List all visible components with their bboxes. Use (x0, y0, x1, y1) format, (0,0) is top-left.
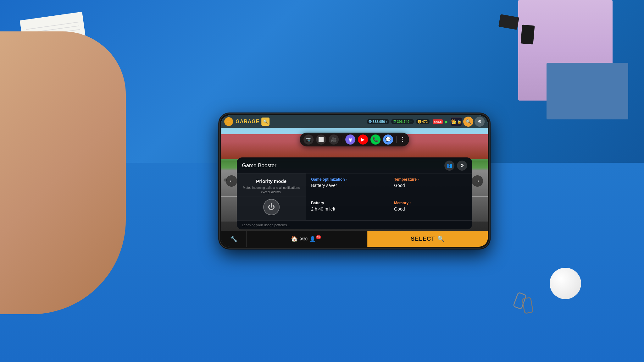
desk-item-1 (498, 14, 519, 30)
toolbar-screenshot-btn[interactable]: 📷 (303, 134, 314, 145)
desk-item-2 (520, 25, 535, 44)
currency-group: MS 538,950 + R$ 396,749 + ● 472 SALE ▶ (367, 119, 448, 124)
coin-value: 472 (422, 120, 428, 123)
memory-chevron: › (410, 201, 411, 205)
book-blue (547, 63, 628, 119)
booster-settings-btn[interactable]: ⚙ (457, 161, 467, 171)
nav-arrow-left[interactable]: ← (226, 175, 237, 187)
bottom-nav-left[interactable]: 🔧 (221, 235, 246, 242)
temperature-header: Temperature › (394, 177, 467, 182)
memory-value: Good (394, 206, 467, 211)
notification-badge: 33 (316, 235, 321, 239)
orange-search-button[interactable]: 🔍 (463, 117, 473, 127)
temperature-chevron: › (418, 178, 419, 181)
temperature-label: Temperature (394, 177, 417, 182)
booster-content: Priority mode Mutes incoming calls and a… (237, 173, 472, 220)
booster-friends-btn[interactable]: 👥 (444, 161, 454, 171)
crown-icon: 👑 (451, 119, 456, 124)
sale-badge[interactable]: SALE (433, 119, 443, 124)
toolbar-youtube-btn[interactable]: ▶ (358, 134, 368, 145)
rs-currency: R$ 396,749 + (391, 119, 414, 124)
phone-wrapper: ← GARAGE 🔍 MS 538,950 + R$ 396,749 + (219, 113, 490, 249)
game-title: GARAGE (236, 119, 259, 124)
stats-grid: Game optimization › Battery saver Temper… (306, 173, 472, 220)
battery-header: Battery (311, 201, 384, 205)
toolbar-separator-2 (396, 136, 397, 143)
bottom-nav-center: 🏠 9/30 👤 33 (246, 231, 367, 247)
game-optimization-label: Game optimization (311, 177, 345, 182)
ms-value: 538,950 (373, 120, 385, 123)
rs-plus: + (410, 120, 412, 123)
game-booster-panel: Game Booster 👥 ⚙ Priority mode Mutes inc… (237, 157, 472, 229)
memory-label: Memory (394, 201, 408, 205)
priority-mode-description: Mutes incoming calls and all notificatio… (242, 186, 301, 195)
home-icon: 🏠 (291, 235, 298, 242)
booster-footer-text: Learning your usage patterns... (242, 223, 290, 227)
phone-device: ← GARAGE 🔍 MS 538,950 + R$ 396,749 + (219, 113, 490, 249)
stat-temperature[interactable]: Temperature › Good (389, 173, 472, 197)
battery-label: Battery (311, 201, 324, 205)
coin-icon: ● (418, 120, 421, 123)
booster-title: Game Booster (242, 162, 276, 169)
booster-header-icons: 👥 ⚙ (444, 161, 467, 171)
topbar-right-icons: 👑 🔒 🔍 ⚙ (451, 117, 485, 127)
battery-value: 2 h 40 m left (311, 206, 384, 211)
floating-toolbar: 📷 ⬜ 🎥 ◉ ▶ 📞 💬 ⋮ (300, 133, 409, 146)
toolbar-phone-btn[interactable]: 📞 (370, 134, 380, 145)
game-topbar: ← GARAGE 🔍 MS 538,950 + R$ 396,749 + (221, 115, 488, 128)
lock-icon: 🔒 (457, 119, 462, 124)
nav-arrow-right[interactable]: → (472, 175, 483, 187)
toolbar-video-btn[interactable]: 🎥 (329, 134, 339, 145)
bottom-nav: 🔧 🏠 9/30 👤 33 SELECT 🔍 (221, 231, 488, 247)
select-button[interactable]: SELECT 🔍 (367, 231, 488, 247)
ms-currency: MS 538,950 + (367, 119, 390, 124)
memory-header: Memory › (394, 201, 467, 205)
temperature-value: Good (394, 183, 467, 188)
phone-screen: ← GARAGE 🔍 MS 538,950 + R$ 396,749 + (221, 115, 488, 247)
rs-icon: R$ (393, 120, 396, 123)
toolbar-galaxystore-btn[interactable]: ◉ (345, 134, 355, 145)
game-optimization-value: Battery saver (311, 183, 384, 188)
crown-lock-badge[interactable]: 👑 🔒 (451, 117, 462, 126)
priority-mode-power-button[interactable]: ⏻ (263, 199, 280, 215)
ms-icon: MS (369, 120, 372, 123)
stat-battery: Battery 2 h 40 m left (306, 197, 389, 221)
coin-currency: ● 472 (416, 119, 430, 124)
booster-footer: Learning your usage patterns... (237, 220, 472, 229)
title-search-button[interactable]: 🔍 (261, 118, 269, 126)
game-optimization-chevron: › (346, 178, 347, 181)
white-ball (550, 268, 581, 299)
top-settings-button[interactable]: ⚙ (475, 117, 485, 127)
back-button[interactable]: ← (224, 117, 233, 126)
toolbar-separator-1 (342, 136, 342, 143)
page-counter: 9/30 (300, 237, 308, 241)
booster-header: Game Booster 👥 ⚙ (237, 157, 472, 173)
toolbar-screenrecord-btn[interactable]: ⬜ (316, 134, 326, 145)
sale-arrow: ▶ (445, 119, 448, 124)
stat-memory[interactable]: Memory › Good (389, 197, 472, 221)
toolbar-more-btn[interactable]: ⋮ (400, 136, 405, 143)
rs-value: 396,749 (397, 120, 409, 123)
stat-game-optimization[interactable]: Game optimization › Battery saver (306, 173, 389, 197)
person-icon: 👤 (309, 236, 316, 242)
select-label: SELECT (411, 236, 435, 242)
engine-icon: 🔧 (230, 235, 237, 242)
hand (0, 31, 126, 314)
select-search-icon: 🔍 (437, 235, 444, 242)
priority-mode-section: Priority mode Mutes incoming calls and a… (237, 173, 306, 220)
game-optimization-header: Game optimization › (311, 177, 384, 182)
priority-mode-title: Priority mode (256, 178, 286, 184)
ms-plus: + (386, 120, 387, 123)
toolbar-messages-btn[interactable]: 💬 (383, 134, 393, 145)
